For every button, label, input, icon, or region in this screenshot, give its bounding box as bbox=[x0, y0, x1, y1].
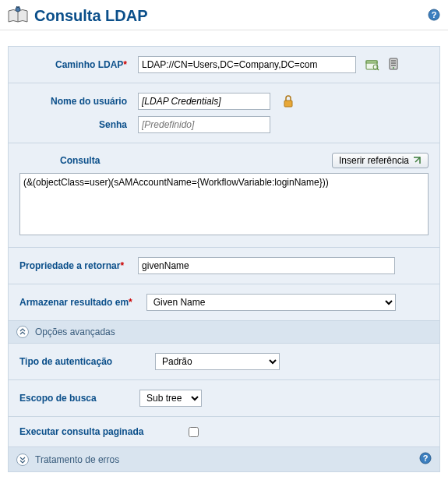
auth-type-label: Tipo de autenticação bbox=[19, 356, 150, 367]
svg-text:?: ? bbox=[432, 10, 437, 19]
svg-text:?: ? bbox=[423, 453, 429, 463]
advanced-options-title: Opções avançadas bbox=[35, 326, 115, 337]
svg-line-6 bbox=[377, 69, 379, 70]
credentials-section: Nome do usuário Senha bbox=[9, 83, 439, 143]
paged-query-checkbox[interactable] bbox=[189, 427, 199, 437]
lock-icon[interactable] bbox=[283, 95, 294, 108]
paged-query-section: Executar consulta paginada bbox=[9, 416, 439, 446]
insert-reference-label: Inserir referência bbox=[339, 155, 409, 166]
query-textarea[interactable]: (&(objectClass=user)(sAMAccountName={Wor… bbox=[19, 173, 429, 235]
auth-type-section: Tipo de autenticação Padrão bbox=[9, 343, 439, 379]
search-scope-select[interactable]: Sub tree bbox=[139, 390, 202, 407]
svg-rect-9 bbox=[391, 62, 396, 64]
error-handling-header[interactable]: Tratamento de erros ? bbox=[9, 446, 439, 471]
insert-reference-button[interactable]: Inserir referência bbox=[332, 153, 429, 168]
popup-arrow-icon bbox=[412, 156, 422, 165]
ldap-path-input[interactable] bbox=[138, 56, 356, 73]
store-result-label: Armazenar resultado em* bbox=[19, 297, 142, 308]
ldap-book-icon bbox=[8, 6, 28, 25]
username-input[interactable] bbox=[138, 93, 270, 110]
svg-rect-12 bbox=[284, 101, 292, 107]
chevron-down-icon[interactable] bbox=[16, 453, 29, 466]
svg-point-11 bbox=[393, 67, 394, 69]
store-result-select[interactable]: Given Name bbox=[146, 294, 396, 311]
help-icon[interactable]: ? bbox=[419, 452, 432, 467]
lookup-icon[interactable] bbox=[365, 58, 379, 71]
advanced-options-header[interactable]: Opções avançadas bbox=[9, 320, 439, 343]
error-handling-title: Tratamento de erros bbox=[35, 454, 119, 465]
dialog-header: Consulta LDAP ? bbox=[0, 0, 448, 30]
ldap-path-section: Caminho LDAP* bbox=[9, 47, 439, 83]
page-title: Consulta LDAP bbox=[34, 7, 428, 25]
query-section: Consulta Inserir referência (&(objectCla… bbox=[9, 143, 439, 247]
search-scope-label: Escopo de busca bbox=[19, 393, 135, 404]
password-label: Senha bbox=[19, 119, 133, 130]
property-return-section: Propriedade a retornar* bbox=[9, 247, 439, 284]
paged-query-label: Executar consulta paginada bbox=[19, 426, 153, 437]
server-icon[interactable] bbox=[387, 58, 400, 72]
auth-type-select[interactable]: Padrão bbox=[155, 353, 280, 370]
username-label: Nome do usuário bbox=[19, 96, 133, 107]
help-icon[interactable]: ? bbox=[428, 9, 440, 23]
query-label: Consulta bbox=[19, 155, 106, 166]
search-scope-section: Escopo de busca Sub tree bbox=[9, 379, 439, 416]
password-input[interactable] bbox=[138, 116, 270, 133]
svg-rect-4 bbox=[366, 61, 377, 63]
chevron-up-icon[interactable] bbox=[16, 326, 29, 338]
store-result-section: Armazenar resultado em* Given Name bbox=[9, 284, 439, 320]
ldap-path-label: Caminho LDAP* bbox=[19, 59, 133, 70]
config-panel: Caminho LDAP* bbox=[8, 46, 440, 472]
svg-rect-10 bbox=[391, 65, 396, 66]
property-return-label: Propriedade a retornar* bbox=[19, 260, 133, 271]
property-return-input[interactable] bbox=[138, 257, 395, 274]
svg-rect-8 bbox=[391, 60, 396, 62]
